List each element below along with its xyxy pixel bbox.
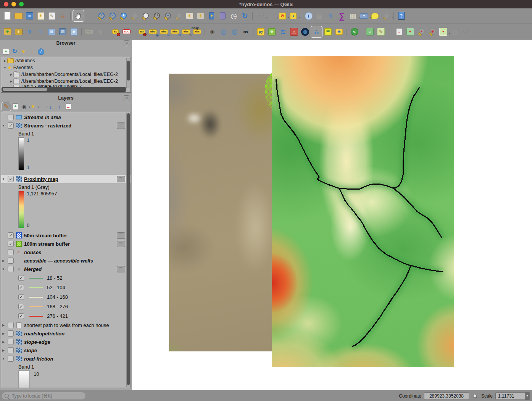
layer-styling-icon[interactable]: ✎ <box>2 102 11 111</box>
select-features-icon[interactable]: ▸▾ <box>255 10 266 21</box>
new-3d-map-view-icon[interactable]: ✱ <box>195 10 206 21</box>
browser-tree[interactable]: ▶/Volumes▼★Favorites▶/Users/nbarber/Docu… <box>1 57 131 93</box>
browser-collapse-icon[interactable]: ↑ <box>28 47 37 56</box>
help-icon[interactable]: ? <box>396 10 407 21</box>
expander-icon[interactable]: ▼ <box>1 177 6 181</box>
layer-visibility-checkbox[interactable] <box>8 258 14 264</box>
python-console-icon[interactable]: py <box>255 26 266 37</box>
expander-icon[interactable]: ▼ <box>1 124 6 127</box>
manage-themes-icon[interactable]: ◉▾ <box>20 102 29 111</box>
layer-diagram-icon[interactable]: abc <box>121 26 132 37</box>
layer-visibility-checkbox[interactable] <box>8 114 14 120</box>
expander-icon[interactable]: ▶ <box>1 324 6 327</box>
browser-horizontal-scrollbar[interactable] <box>2 87 126 92</box>
data-source-manager-icon[interactable]: + <box>2 26 13 37</box>
map-tips-icon[interactable] <box>369 10 380 21</box>
layer-visibility-checkbox[interactable] <box>8 241 14 247</box>
class-visibility-checkbox[interactable] <box>18 285 24 290</box>
map-canvas[interactable] <box>132 40 532 390</box>
layer-indicator-badge[interactable] <box>117 232 125 239</box>
mouse-extents-icon[interactable] <box>472 393 479 399</box>
layer-row[interactable]: ▼Streams - rasterized <box>1 121 131 130</box>
new-spatialite-icon[interactable]: ✎ <box>35 26 46 37</box>
new-print-layout-icon[interactable]: ✱ <box>35 10 46 21</box>
labels-disabled-icon[interactable]: abc <box>84 26 95 37</box>
browser-properties-icon[interactable]: i <box>37 47 45 56</box>
new-mesh-layer-icon[interactable]: ▦ <box>46 26 57 37</box>
wildfire-plugin-icon[interactable]: △ <box>289 26 300 37</box>
symbology-class-row[interactable]: 168 - 276 <box>1 302 131 311</box>
layer-row[interactable]: ▶roadslopefriction <box>1 329 131 338</box>
zoom-to-selection-icon[interactable] <box>129 10 140 21</box>
zoom-next-icon[interactable]: ▸ <box>173 10 184 21</box>
layer-row[interactable]: ⌂houses <box>1 248 131 256</box>
layer-visibility-checkbox[interactable] <box>8 322 14 328</box>
expander-icon[interactable]: ▶ <box>1 340 6 344</box>
metasearch-globe-add-icon[interactable]: ◍ <box>218 26 229 37</box>
web-globe-grey-icon[interactable]: ◍ <box>449 26 460 37</box>
layer-row[interactable]: ▶∵acessible — accessible-wells <box>1 256 131 265</box>
label-visibility-icon[interactable]: abc◉ <box>147 26 158 37</box>
layer-row[interactable]: 100m stream buffer <box>1 240 131 248</box>
locate-feature-icon[interactable]: ● <box>416 26 427 37</box>
zoom-to-layer-icon[interactable] <box>140 10 151 21</box>
plugin-box-icon[interactable]: ❖ <box>266 26 277 37</box>
locate-features-icon[interactable]: ◉ <box>427 26 438 37</box>
layer-row[interactable]: ▼road-friction <box>1 354 131 363</box>
layer-indicator-badge[interactable] <box>117 122 125 129</box>
expander-icon[interactable]: ▼ <box>1 357 6 361</box>
layer-indicator-badge[interactable] <box>117 176 125 182</box>
share-icon[interactable]: < <box>349 26 360 37</box>
expander-icon[interactable]: ▼ <box>3 66 7 69</box>
expander-icon[interactable]: ▶ <box>3 59 7 63</box>
layer-row[interactable]: ▶slope <box>1 346 131 354</box>
processing-gear-icon[interactable]: ✳ <box>325 10 336 21</box>
feature-actions-icon[interactable]: ▦ <box>314 10 325 21</box>
pin-labels-icon[interactable]: ab <box>136 26 147 37</box>
layer-visibility-checkbox[interactable] <box>8 356 14 362</box>
deselect-features-icon[interactable]: ▢▾ <box>266 10 277 21</box>
pan-map-icon[interactable] <box>73 10 84 22</box>
easy-custom-labeling-icon[interactable]: abcEasy <box>192 26 203 37</box>
expander-icon[interactable]: ▶ <box>1 259 6 263</box>
layers-close-icon[interactable] <box>124 95 129 101</box>
layer-visibility-checkbox[interactable] <box>8 176 14 182</box>
browser-item[interactable]: ▶/Volumes <box>1 57 131 64</box>
layer-visibility-checkbox[interactable] <box>8 339 14 345</box>
expander-icon[interactable]: ▶ <box>1 349 6 352</box>
filter-legend-icon[interactable]: ▼▾ <box>29 102 37 111</box>
collapse-all-icon[interactable]: ↑ <box>55 102 64 111</box>
layout-manager-icon[interactable]: ✎ <box>46 10 57 21</box>
browser-item[interactable]: ▼★Favorites <box>1 64 131 71</box>
map-pin-icon[interactable]: ▼ <box>405 26 416 37</box>
quickmap-services-icon[interactable]: ✎ <box>375 26 386 37</box>
rotate-label-icon[interactable]: abc↻ <box>169 26 181 37</box>
zoom-in-icon[interactable]: + <box>95 10 106 21</box>
new-virtual-layer-icon[interactable]: ▧ <box>57 26 68 37</box>
refresh-map-icon[interactable]: ↻ <box>239 10 250 21</box>
temporal-controller-icon[interactable]: ◷ <box>228 10 239 21</box>
expander-icon[interactable]: ▼ <box>1 267 6 271</box>
move-label-icon[interactable]: abc➜ <box>158 26 169 37</box>
layer-visibility-checkbox[interactable] <box>8 347 14 353</box>
layer-row[interactable]: ▶shortest path to wells from each house <box>1 321 131 329</box>
symbology-class-row[interactable]: 276 - 421 <box>1 311 131 321</box>
layer-labeling-icon[interactable]: ab <box>110 26 121 37</box>
new-spatial-bookmark-icon[interactable]: ✱ <box>206 10 217 21</box>
new-map-view-icon[interactable]: ✱ <box>184 10 195 21</box>
new-temporary-layer-icon[interactable]: ∨ <box>68 26 79 37</box>
expander-icon[interactable]: ▶ <box>9 73 13 76</box>
filter-expression-icon[interactable]: ε▾ <box>37 102 46 111</box>
open-project-icon[interactable] <box>13 10 24 21</box>
browser-close-icon[interactable] <box>124 40 129 46</box>
geometry-checker-icon[interactable]: ◈ <box>207 26 218 37</box>
select-by-location-icon[interactable]: •▾ <box>288 10 299 21</box>
colormap-icon[interactable]: ◉ <box>334 26 345 37</box>
add-group-icon[interactable]: + <box>11 102 20 111</box>
class-visibility-checkbox[interactable] <box>18 313 24 319</box>
statistics-icon[interactable]: ∑ <box>336 10 347 21</box>
layer-visibility-checkbox[interactable] <box>8 122 14 129</box>
layers-tree[interactable]: Streams in area▼Streams - rasterizedBand… <box>1 112 131 388</box>
browser-refresh-icon[interactable]: ↻ <box>10 47 19 56</box>
attribute-table-icon[interactable]: ▦▾ <box>347 10 358 21</box>
